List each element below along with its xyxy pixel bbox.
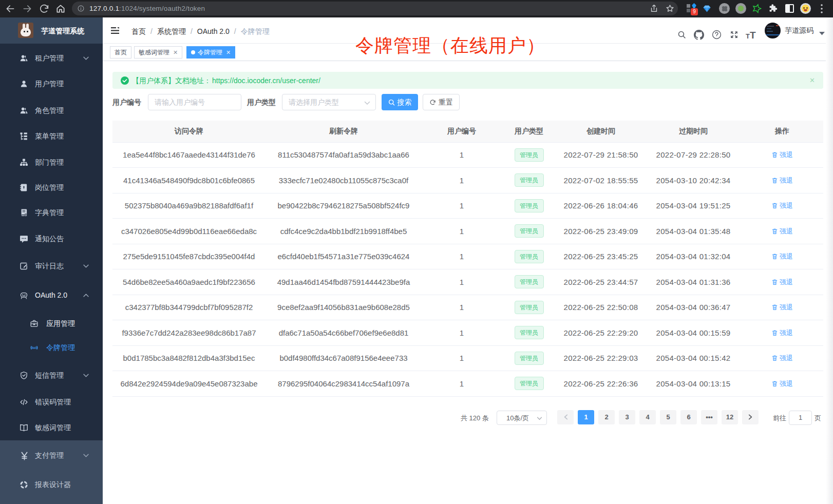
svg-text:A: A — [33, 346, 35, 350]
